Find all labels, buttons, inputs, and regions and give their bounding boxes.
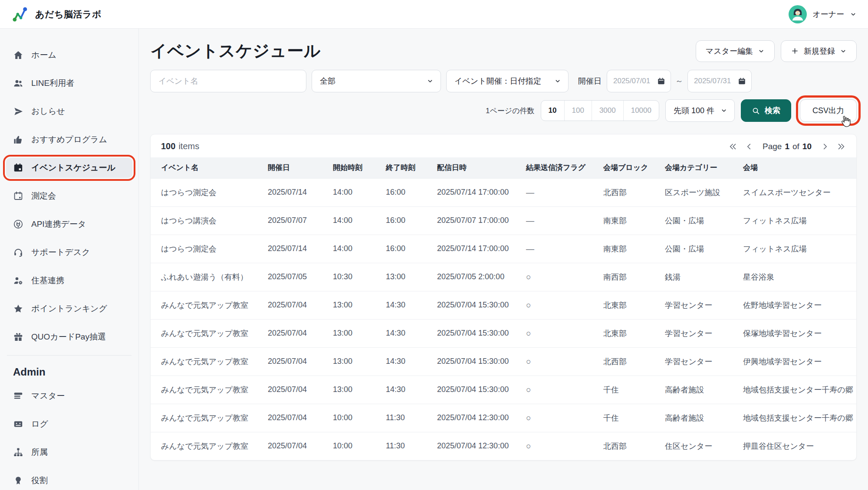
- date-to-input[interactable]: 2025/07/31: [687, 70, 752, 92]
- table-cell: みんなで元気アップ教室: [151, 404, 263, 432]
- sidebar-item-label: LINE利用者: [31, 78, 74, 89]
- column-header: 配信日時: [433, 157, 522, 178]
- limit-select[interactable]: 先頭 100 件: [665, 99, 735, 122]
- sidebar-item-quo-card-pay[interactable]: QUOカードPay抽選: [6, 327, 132, 347]
- users-icon: [13, 78, 23, 88]
- table-row[interactable]: はつらつ測定会2025/07/1414:0016:002025/07/14 17…: [151, 235, 856, 263]
- column-header: 結果送信済フラグ: [522, 157, 599, 178]
- sidebar-item-label: QUOカードPay抽選: [31, 331, 106, 343]
- main-content: イベントスケジュール マスター編集 新規登録 全部 イベント開催：: [139, 29, 868, 490]
- table-cell: 2025/07/04: [263, 376, 329, 404]
- sidebar-item-affiliation[interactable]: 所属: [6, 442, 132, 462]
- gift-icon: [13, 332, 23, 342]
- prev-page-button[interactable]: [744, 142, 754, 151]
- table-cell: 2025/07/04 12:30:00: [433, 404, 522, 432]
- search-icon: [752, 107, 760, 115]
- limit-select-value: 先頭 100 件: [674, 105, 714, 116]
- per-page-option-10[interactable]: 10: [541, 101, 564, 121]
- calendar-outline-icon: [13, 191, 23, 201]
- sidebar-item-notice[interactable]: おしらせ: [6, 101, 132, 121]
- table-row[interactable]: みんなで元気アップ教室2025/07/0413:0014:302025/07/0…: [151, 347, 856, 376]
- table-cell: ○: [522, 319, 599, 347]
- table-cell: 10:00: [329, 432, 381, 460]
- table-row[interactable]: みんなで元気アップ教室2025/07/0413:0014:302025/07/0…: [151, 291, 856, 319]
- table-row[interactable]: はつらつ測定会2025/07/1414:0016:002025/07/14 17…: [151, 178, 856, 206]
- user-menu[interactable]: オーナー: [789, 5, 857, 23]
- table-cell: 高齢者施設: [661, 404, 739, 432]
- thumbs-up-icon: [13, 134, 23, 145]
- sidebar-item-home[interactable]: ホーム: [6, 45, 132, 65]
- table-row[interactable]: みんなで元気アップ教室2025/07/0410:0011:302025/07/0…: [151, 404, 856, 432]
- sidebar-item-master[interactable]: マスター: [6, 386, 132, 406]
- chevron-down-icon: [554, 78, 561, 85]
- table-cell: みんなで元気アップ教室: [151, 347, 263, 376]
- per-page-option-100[interactable]: 100: [564, 101, 592, 121]
- user-role-label: オーナー: [812, 9, 844, 20]
- search-button[interactable]: 検索: [741, 99, 791, 122]
- page-label: Page: [763, 142, 782, 151]
- sidebar-item-log[interactable]: ログ: [6, 414, 132, 434]
- sidebar-item-label: API連携データ: [31, 219, 86, 230]
- table-cell: 2025/07/04: [263, 432, 329, 460]
- table-row[interactable]: ふれあい遊湯う（有料）2025/07/0510:3013:002025/07/0…: [151, 263, 856, 291]
- event-open-type-value: イベント開催：日付指定: [454, 76, 541, 86]
- sidebar-item-recommended-program[interactable]: おすすめプログラム: [6, 130, 132, 150]
- table-cell: みんなで元気アップ教室: [151, 291, 263, 319]
- chevron-down-icon: [427, 78, 434, 85]
- sidebar-item-line-users[interactable]: LINE利用者: [6, 73, 132, 93]
- sidebar-item-role[interactable]: 役割: [6, 470, 132, 490]
- table-cell: 佐野地域学習センター: [739, 291, 856, 319]
- items-count: 100 items: [161, 141, 199, 151]
- sidebar-item-label: イベントスケジュール: [31, 162, 115, 173]
- last-page-button[interactable]: [836, 142, 846, 151]
- table-cell: みんなで元気アップ教室: [151, 432, 263, 460]
- table-cell: 星谷浴泉: [739, 263, 856, 291]
- table-cell: 学習センター: [661, 319, 739, 347]
- table-cell: 学習センター: [661, 347, 739, 376]
- table-cell: 公園・広場: [661, 235, 739, 263]
- table-cell: —: [522, 206, 599, 235]
- sidebar-item-measurement[interactable]: 測定会: [6, 186, 132, 206]
- per-page-option-10000[interactable]: 10000: [623, 101, 659, 121]
- date-from-input[interactable]: 2025/07/01: [607, 70, 671, 92]
- table-row[interactable]: みんなで元気アップ教室2025/07/0410:0011:302025/07/0…: [151, 432, 856, 460]
- table-row[interactable]: みんなで元気アップ教室2025/07/0413:0014:302025/07/0…: [151, 376, 856, 404]
- column-header: 会場カテゴリー: [661, 157, 739, 178]
- hand-cursor-icon: [838, 115, 852, 128]
- table-cell: 銭湯: [661, 263, 739, 291]
- table-cell: 2025/07/07: [263, 206, 329, 235]
- sidebar: ホームLINE利用者おしらせおすすめプログラムイベントスケジュール測定会API連…: [0, 29, 139, 490]
- table-cell: 14:00: [329, 178, 381, 206]
- table-cell: 保塚地域学習センター: [739, 319, 856, 347]
- category-select[interactable]: 全部: [312, 70, 441, 92]
- sidebar-item-point-ranking[interactable]: ポイントランキング: [6, 299, 132, 319]
- page-title: イベントスケジュール: [150, 40, 321, 62]
- first-page-button[interactable]: [728, 142, 738, 151]
- table-cell: 2025/07/04: [263, 404, 329, 432]
- sidebar-item-api-data[interactable]: API連携データ: [6, 214, 132, 234]
- table-cell: 13:00: [381, 263, 433, 291]
- page-indicator: Page 1 of 10: [763, 142, 812, 151]
- table-cell: 区スポーツ施設: [661, 178, 739, 206]
- table-body: はつらつ測定会2025/07/1414:0016:002025/07/14 17…: [151, 178, 856, 460]
- next-page-button[interactable]: [820, 142, 830, 151]
- per-page-option-3000[interactable]: 3000: [592, 101, 623, 121]
- table-cell: 2025/07/14: [263, 235, 329, 263]
- sidebar-item-juki-link[interactable]: 住基連携: [6, 271, 132, 291]
- table-cell: 14:30: [381, 376, 433, 404]
- event-open-type-select[interactable]: イベント開催：日付指定: [446, 70, 569, 92]
- sidebar-item-event-schedule[interactable]: イベントスケジュール: [6, 158, 132, 178]
- sidebar-item-support-desk[interactable]: サポートデスク: [6, 242, 132, 262]
- table-row[interactable]: はつらつ講演会2025/07/0714:0016:002025/07/07 17…: [151, 206, 856, 235]
- table-cell: 13:00: [329, 319, 381, 347]
- table-cell: フィットネス広場: [739, 206, 856, 235]
- event-name-input[interactable]: [150, 70, 306, 92]
- table-cell: 2025/07/14 17:00:00: [433, 178, 522, 206]
- master-edit-button[interactable]: マスター編集: [696, 40, 775, 62]
- new-register-button[interactable]: 新規登録: [781, 40, 857, 62]
- items-count-value: 100: [161, 141, 175, 151]
- star-icon: [13, 304, 23, 314]
- table-row[interactable]: みんなで元気アップ教室2025/07/0413:0014:302025/07/0…: [151, 319, 856, 347]
- page-of-label: of: [792, 142, 799, 151]
- headset-icon: [13, 247, 23, 258]
